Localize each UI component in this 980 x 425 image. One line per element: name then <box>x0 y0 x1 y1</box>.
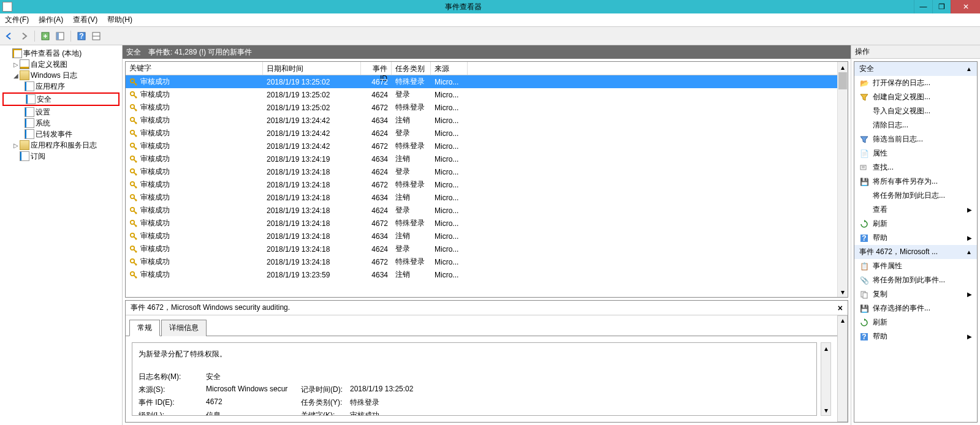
cell-datetime: 2018/1/19 13:25:02 <box>263 103 361 112</box>
tree-forwarded[interactable]: 已转发事件 <box>2 129 120 140</box>
list-scrollbar[interactable]: ▴ ▾ <box>837 62 848 297</box>
level-value: 信息 <box>206 410 301 416</box>
action-help2[interactable]: ?帮助▶ <box>854 329 977 344</box>
cell-datetime: 2018/1/19 13:24:42 <box>263 129 361 138</box>
action-section-event[interactable]: 事件 4672，Microsoft ...▲ <box>854 245 977 259</box>
action-save-selected[interactable]: 💾保存选择的事件... <box>854 301 977 315</box>
cell-source: Micro... <box>431 271 468 279</box>
table-row[interactable]: 审核成功2018/1/19 13:24:184624登录Micro... <box>126 165 837 178</box>
action-find[interactable]: 查找... <box>854 160 977 175</box>
cell-source: Micro... <box>431 103 468 112</box>
back-button[interactable] <box>2 29 16 43</box>
tree-system[interactable]: 系统 <box>2 118 120 129</box>
col-datetime[interactable]: 日期和时间 <box>263 62 361 75</box>
action-open-saved[interactable]: 📂打开保存的日志... <box>854 76 977 90</box>
tree-app-service[interactable]: ▷应用程序和服务日志 <box>2 140 120 151</box>
action-attach-task-event[interactable]: 📎将任务附加到此事件... <box>854 273 977 287</box>
scroll-thumb[interactable] <box>838 72 847 89</box>
tree-root[interactable]: 事件查看器 (本地) <box>2 48 120 59</box>
action-import-view[interactable]: 导入自定义视图... <box>854 104 977 118</box>
col-source[interactable]: 来源 <box>431 62 468 75</box>
menu-action[interactable]: 操作(A) <box>39 15 63 25</box>
cell-source: Micro... <box>431 194 468 202</box>
col-keyword[interactable]: 关键字 <box>126 62 263 75</box>
cell-category: 登录 <box>392 205 431 216</box>
menu-file[interactable]: 文件(F) <box>5 15 29 25</box>
svg-point-37 <box>131 207 134 211</box>
action-filter-log[interactable]: 筛选当前日志... <box>854 132 977 146</box>
log-name-label: 日志名称(M): <box>139 372 206 382</box>
action-clear-log[interactable]: 清除日志... <box>854 118 977 132</box>
table-row[interactable]: 审核成功2018/1/19 13:24:184624登录Micro... <box>126 243 837 255</box>
maximize-button[interactable]: ❐ <box>932 0 951 13</box>
action-refresh[interactable]: 刷新 <box>854 217 977 231</box>
forward-button[interactable] <box>17 29 31 43</box>
key-icon <box>129 103 138 112</box>
tree-security[interactable]: 安全 <box>2 92 120 106</box>
close-button[interactable]: ✕ <box>951 0 980 13</box>
event-list[interactable]: 关键字 日期和时间 事件 ID 任务类别 来源 审核成功2018/1/19 13… <box>125 61 848 298</box>
action-refresh2[interactable]: 刷新 <box>854 315 977 329</box>
minimize-button[interactable]: — <box>914 0 932 13</box>
table-row[interactable]: 审核成功2018/1/19 13:24:184634注销Micro... <box>126 191 837 204</box>
action-create-view[interactable]: 创建自定义视图... <box>854 90 977 104</box>
panel-button[interactable] <box>53 29 67 43</box>
kw-value: 审核成功 <box>350 410 445 416</box>
cell-category: 登录 <box>392 89 431 100</box>
action-copy[interactable]: 复制▶ <box>854 287 977 301</box>
cell-source: Micro... <box>431 91 468 99</box>
table-row[interactable]: 审核成功2018/1/19 13:25:024624登录Micro... <box>126 88 837 101</box>
layout-button[interactable] <box>89 29 103 43</box>
scroll-up-icon[interactable]: ▴ <box>838 62 848 72</box>
col-event-id[interactable]: 事件 ID <box>361 62 392 75</box>
detail-inner-scrollbar[interactable]: ▴▾ <box>821 342 831 416</box>
cell-source: Micro... <box>431 78 468 86</box>
table-row[interactable]: 审核成功2018/1/19 13:24:184672特殊登录Micro... <box>126 217 837 230</box>
tree-windows-logs[interactable]: ◢Windows 日志 <box>2 70 120 81</box>
svg-point-43 <box>131 233 134 236</box>
list-header[interactable]: 关键字 日期和时间 事件 ID 任务类别 来源 <box>126 62 837 75</box>
table-row[interactable]: 审核成功2018/1/19 13:24:184672特殊登录Micro... <box>126 178 837 191</box>
action-save-all[interactable]: 💾将所有事件另存为... <box>854 175 977 189</box>
cell-datetime: 2018/1/19 13:25:02 <box>263 91 361 99</box>
cell-keyword: 审核成功 <box>140 89 170 100</box>
table-row[interactable]: 审核成功2018/1/19 13:23:594634注销Micro... <box>126 268 837 281</box>
table-row[interactable]: 审核成功2018/1/19 13:24:424672特殊登录Micro... <box>126 140 837 152</box>
tab-details[interactable]: 详细信息 <box>161 320 207 336</box>
detail-outer-scrollbar[interactable]: ▴ <box>837 315 848 422</box>
action-section-security[interactable]: 安全▲ <box>854 62 977 76</box>
cell-event-id: 4672 <box>361 181 392 189</box>
action-help[interactable]: ?帮助▶ <box>854 231 977 245</box>
table-row[interactable]: 审核成功2018/1/19 13:24:424634注销Micro... <box>126 114 837 127</box>
detail-title: 事件 4672，Microsoft Windows security audit… <box>131 303 290 313</box>
action-view[interactable]: 查看▶ <box>854 203 977 217</box>
table-row[interactable]: 审核成功2018/1/19 13:25:024672特殊登录Micro... <box>126 101 837 114</box>
show-hide-tree-button[interactable] <box>39 29 52 43</box>
action-event-props[interactable]: 📋事件属性 <box>854 259 977 273</box>
navigation-tree[interactable]: 事件查看器 (本地) ▷自定义视图 ◢Windows 日志 应用程序 安全 设置… <box>0 45 123 425</box>
action-properties[interactable]: 📄属性 <box>854 146 977 160</box>
scroll-down-icon[interactable]: ▾ <box>838 287 848 297</box>
menu-view[interactable]: 查看(V) <box>73 15 97 25</box>
table-row[interactable]: 审核成功2018/1/19 13:24:184672特殊登录Micro... <box>126 255 837 268</box>
action-attach-task[interactable]: 将任务附加到此日志... <box>854 189 977 203</box>
task-icon: 📎 <box>859 276 869 285</box>
help-icon-button[interactable]: ? <box>75 29 88 43</box>
tree-custom-views[interactable]: ▷自定义视图 <box>2 59 120 70</box>
table-row[interactable]: 审核成功2018/1/19 13:24:184624登录Micro... <box>126 204 837 217</box>
table-row[interactable]: 审核成功2018/1/19 13:24:194634注销Micro... <box>126 152 837 165</box>
svg-point-49 <box>131 258 134 262</box>
col-category[interactable]: 任务类别 <box>392 62 431 75</box>
tab-general[interactable]: 常规 <box>129 320 160 336</box>
table-row[interactable]: 审核成功2018/1/19 13:24:184634注销Micro... <box>126 230 837 243</box>
tree-subscriptions[interactable]: 订阅 <box>2 151 120 162</box>
cell-source: Micro... <box>431 232 468 241</box>
tree-setup[interactable]: 设置 <box>2 107 120 118</box>
tree-application[interactable]: 应用程序 <box>2 81 120 92</box>
table-row[interactable]: 审核成功2018/1/19 13:24:424624登录Micro... <box>126 127 837 140</box>
filter-icon <box>859 92 869 102</box>
key-icon <box>129 181 138 189</box>
menu-help[interactable]: 帮助(H) <box>107 15 132 25</box>
detail-close-button[interactable]: × <box>838 303 843 313</box>
table-row[interactable]: 审核成功2018/1/19 13:25:024672特殊登录Micro... <box>126 75 837 88</box>
